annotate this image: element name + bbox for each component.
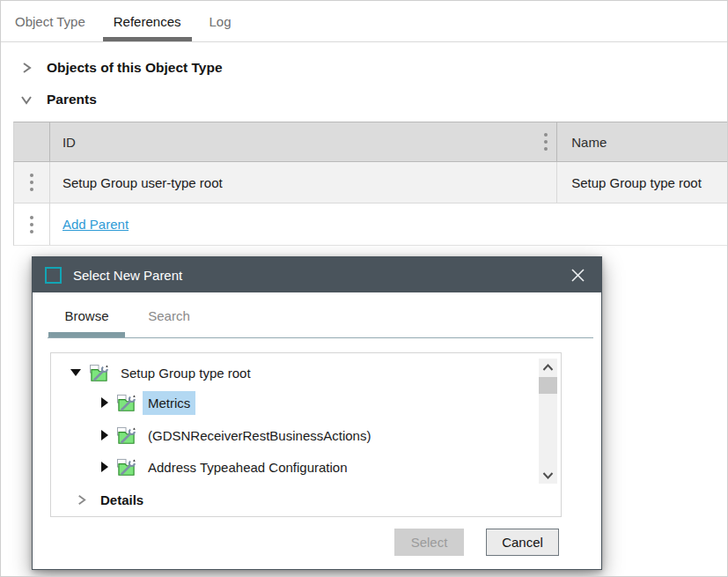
add-parent-row: Add Parent xyxy=(13,203,728,246)
row-menu-icon[interactable] xyxy=(30,216,33,219)
section-parents[interactable]: Parents xyxy=(1,86,97,113)
chevron-right-icon xyxy=(76,494,87,506)
setup-group-folder-icon xyxy=(116,426,136,445)
chevron-right-icon xyxy=(20,62,33,74)
row-menu-cell[interactable] xyxy=(14,162,50,203)
select-new-parent-dialog: Select New Parent Browse Search xyxy=(32,256,602,570)
app-square-icon xyxy=(45,267,62,284)
tree-expanded-icon[interactable] xyxy=(70,369,81,376)
tab-browse[interactable]: Browse xyxy=(48,292,125,338)
cell-id-value: Setup Group user-type root xyxy=(63,175,223,190)
column-menu-icon[interactable] xyxy=(544,133,548,137)
dialog-title: Select New Parent xyxy=(73,268,566,283)
tree-collapsed-icon[interactable] xyxy=(101,430,108,440)
section-objects-of-this-object-type[interactable]: Objects of this Object Type xyxy=(1,55,223,81)
header-grip-cell xyxy=(14,122,50,161)
tab-object-type[interactable]: Object Type xyxy=(4,1,96,41)
setup-group-folder-icon xyxy=(89,364,109,382)
dialog-titlebar: Select New Parent xyxy=(33,257,601,292)
cancel-button[interactable]: Cancel xyxy=(486,529,559,556)
row-menu-cell[interactable] xyxy=(14,203,50,245)
tree-item-label[interactable]: Address Typeahead Configuration xyxy=(143,455,353,479)
scroll-up-icon[interactable] xyxy=(539,359,557,376)
column-header-label: ID xyxy=(63,135,76,150)
setup-group-folder-icon xyxy=(116,394,136,412)
main-tabbar: Object Type References Log xyxy=(1,1,727,42)
dialog-tabbar: Browse Search xyxy=(33,292,601,338)
section-title: Parents xyxy=(47,92,97,107)
cell-name: Setup Group type root xyxy=(557,162,728,203)
scrollbar-thumb[interactable] xyxy=(539,377,557,394)
tree-item-address-typeahead[interactable]: Address Typeahead Configuration xyxy=(51,452,534,482)
section-details[interactable]: Details xyxy=(51,485,143,514)
column-header-id[interactable]: ID xyxy=(50,122,557,161)
dialog-footer: Select Cancel xyxy=(394,529,559,556)
cell-name-value: Setup Group type root xyxy=(571,175,702,190)
select-button[interactable]: Select xyxy=(394,529,464,556)
add-parent-link[interactable]: Add Parent xyxy=(63,217,129,232)
tree-scrollbar[interactable] xyxy=(539,359,557,484)
tree-item-label[interactable]: (GDSNReceiverRestBusinessActions) xyxy=(143,424,376,448)
details-label: Details xyxy=(100,492,143,507)
table-header-row: ID Name xyxy=(13,122,728,162)
setup-group-folder-icon xyxy=(116,458,136,477)
tree-item-metrics[interactable]: Metrics xyxy=(51,388,534,418)
tab-separator-line xyxy=(48,337,593,338)
tab-references[interactable]: References xyxy=(103,1,192,41)
add-parent-cell: Add Parent xyxy=(50,203,728,245)
row-menu-icon[interactable] xyxy=(30,174,33,177)
cell-id: Setup Group user-type root xyxy=(50,162,557,203)
tree-item-setup-group-type-root[interactable]: Setup Group type root xyxy=(51,358,534,388)
column-header-label: Name xyxy=(571,135,607,150)
scroll-down-icon[interactable] xyxy=(539,466,557,484)
parent-tree-panel: Setup Group type root Metrics xyxy=(50,352,562,517)
chevron-down-icon xyxy=(20,93,33,106)
tree-item-label-selected[interactable]: Metrics xyxy=(143,391,195,415)
tree-item-gdsn-receiver[interactable]: (GDSNReceiverRestBusinessActions) xyxy=(51,420,534,450)
references-page: Object Type References Log Objects of th… xyxy=(0,0,728,577)
tab-log[interactable]: Log xyxy=(199,1,242,41)
tree-item-label[interactable]: Setup Group type root xyxy=(115,361,256,385)
tab-search[interactable]: Search xyxy=(131,292,207,338)
column-header-name[interactable]: Name xyxy=(557,122,728,161)
section-title: Objects of this Object Type xyxy=(47,60,223,76)
tree-collapsed-icon[interactable] xyxy=(101,462,108,472)
tree-collapsed-icon[interactable] xyxy=(101,397,108,408)
close-icon[interactable] xyxy=(566,263,589,286)
table-row[interactable]: Setup Group user-type root Setup Group t… xyxy=(13,162,728,203)
parents-table: ID Name Setup Group user-type root Setup… xyxy=(13,122,728,246)
